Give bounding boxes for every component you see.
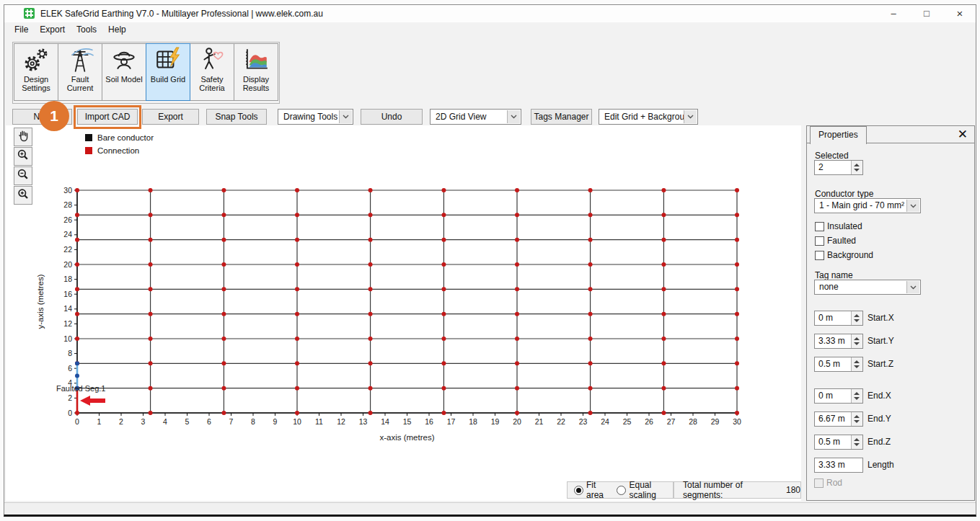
tag-name-dropdown[interactable]: none [814, 280, 921, 295]
svg-text:18: 18 [469, 417, 477, 426]
ribbon-label: Display Results [234, 75, 278, 92]
import-cad-highlight [74, 105, 141, 129]
start-y-stepper[interactable]: 3.33 m [814, 334, 863, 349]
end-y-stepper[interactable]: 6.67 m [814, 411, 863, 427]
display-results-button[interactable]: Display Results [234, 43, 278, 101]
svg-text:7: 7 [229, 417, 234, 426]
spinner-buttons[interactable] [851, 389, 862, 403]
svg-text:8: 8 [251, 417, 255, 426]
faulted-label: Faulted [827, 236, 856, 246]
svg-text:x-axis (metres): x-axis (metres) [379, 433, 434, 442]
selected-label: Selected [815, 151, 849, 161]
tab-properties[interactable]: Properties [810, 126, 867, 144]
spinner-buttons[interactable] [851, 412, 862, 426]
spinner-buttons[interactable] [851, 334, 862, 348]
menu-file[interactable]: File [9, 22, 34, 37]
svg-text:0: 0 [68, 409, 72, 417]
rod-checkbox-row: Rod [814, 477, 842, 489]
svg-text:18: 18 [63, 275, 72, 283]
design-settings-button[interactable]: Design Settings [14, 43, 58, 101]
segments-label: Total number of segments: [683, 480, 780, 500]
pan-tool-button[interactable] [14, 128, 32, 146]
svg-text:27: 27 [667, 417, 676, 426]
zoom-out-button[interactable] [14, 166, 32, 185]
svg-text:2: 2 [68, 393, 72, 402]
start-x-label: Start.X [868, 311, 894, 326]
undo-button[interactable]: Undo [361, 109, 423, 125]
soil-hat-icon [110, 46, 138, 74]
length-label: Length [868, 458, 894, 473]
safety-criteria-button[interactable]: Safety Criteria [190, 43, 234, 101]
equal-scaling-radio[interactable] [617, 486, 626, 495]
svg-text:12: 12 [337, 417, 345, 426]
svg-text:10: 10 [293, 417, 301, 426]
svg-text:23: 23 [579, 417, 588, 426]
menu-help[interactable]: Help [102, 22, 132, 37]
spinner-buttons[interactable] [851, 357, 862, 371]
end-x-stepper[interactable]: 0 m [814, 388, 863, 404]
background-checkbox[interactable] [815, 251, 824, 260]
maximize-button[interactable]: □ [911, 5, 943, 22]
drawing-tools-dropdown[interactable]: Drawing Tools [278, 109, 353, 125]
svg-text:10: 10 [63, 334, 72, 343]
insulated-checkbox-row: Insulated [815, 221, 862, 232]
svg-text:13: 13 [359, 417, 368, 426]
svg-text:Faulted Seg.1: Faulted Seg.1 [56, 384, 106, 393]
zoom-window-button[interactable] [14, 186, 32, 205]
svg-text:11: 11 [315, 417, 323, 426]
svg-text:14: 14 [381, 417, 389, 426]
person-heart-icon [198, 46, 226, 74]
svg-text:29: 29 [711, 417, 720, 426]
start-x-stepper[interactable]: 0 m [814, 311, 863, 326]
svg-text:4: 4 [163, 417, 167, 426]
svg-text:20: 20 [513, 417, 521, 426]
minimize-button[interactable]: – [878, 5, 909, 22]
fault-current-button[interactable]: Fault Current [58, 43, 102, 101]
ribbon-toolbar: Design Settings Fault Current [12, 42, 280, 104]
panel-close-icon[interactable]: ✕ [958, 127, 968, 143]
svg-text:8: 8 [68, 349, 72, 357]
start-x-value: 0 m [818, 313, 833, 323]
ribbon-label: Soil Model [105, 75, 142, 84]
svg-text:30: 30 [733, 417, 741, 426]
svg-text:0: 0 [75, 417, 79, 426]
edit-mode-dropdown[interactable]: Edit Grid + Background [599, 109, 698, 125]
svg-text:9: 9 [273, 417, 278, 426]
svg-text:26: 26 [645, 417, 653, 426]
chevron-down-icon [906, 200, 919, 212]
drawing-canvas[interactable]: Bare conductor Connection 01234567891011… [6, 125, 801, 501]
grid-plot[interactable]: 0123456789101112131415161718192021222324… [6, 125, 801, 500]
svg-text:28: 28 [63, 200, 72, 209]
drawing-tools-value: Drawing Tools [283, 112, 337, 122]
edit-mode-value: Edit Grid + Background [604, 112, 694, 122]
spinner-buttons[interactable] [851, 435, 862, 449]
tags-manager-button[interactable]: Tags Manager [531, 109, 592, 125]
snap-tools-button[interactable]: Snap Tools [206, 109, 267, 125]
close-button[interactable]: × [944, 5, 976, 22]
legend-item-connection: Connection [85, 144, 154, 157]
spinner-buttons[interactable] [851, 161, 862, 174]
svg-text:6: 6 [68, 364, 72, 373]
end-z-stepper[interactable]: 0.5 m [814, 435, 863, 450]
selected-stepper[interactable]: 2 [814, 160, 863, 175]
end-y-label: End.Y [868, 411, 891, 427]
ribbon-label: Safety Criteria [190, 75, 234, 92]
insulated-checkbox[interactable] [815, 222, 824, 231]
spinner-buttons[interactable] [851, 311, 862, 325]
export-button[interactable]: Export [142, 109, 199, 125]
length-field[interactable]: 3.33 m [814, 458, 863, 473]
menu-export[interactable]: Export [34, 22, 71, 37]
conductor-type-dropdown[interactable]: 1 - Main grid - 70 mm² [814, 198, 921, 213]
zoom-in-button[interactable] [14, 147, 32, 166]
soil-model-button[interactable]: Soil Model [102, 43, 146, 101]
tag-name-label: Tag name [815, 270, 853, 280]
build-grid-button[interactable]: Build Grid [146, 43, 190, 101]
fit-area-radio[interactable] [574, 486, 583, 495]
legend-label: Bare conductor [97, 133, 154, 142]
menu-tools[interactable]: Tools [71, 22, 102, 37]
start-z-stepper[interactable]: 0.5 m [814, 357, 863, 372]
end-x-value: 0 m [818, 391, 833, 401]
grid-view-dropdown[interactable]: 2D Grid View [430, 109, 521, 125]
svg-text:12: 12 [63, 319, 72, 328]
faulted-checkbox[interactable] [815, 236, 824, 246]
